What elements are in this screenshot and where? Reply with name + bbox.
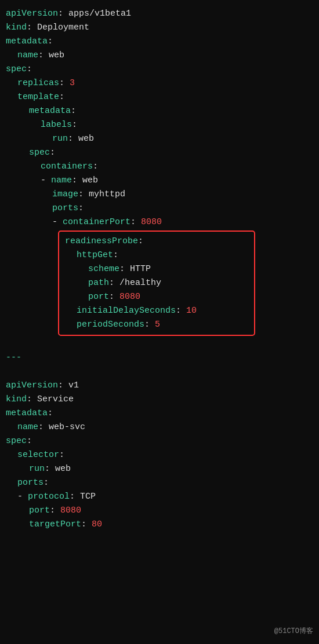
line-httpget: httpGet: — [65, 248, 248, 262]
line-image: image: myhttpd — [6, 188, 313, 202]
line-selector: selector: — [6, 448, 313, 462]
line-spec-2: spec: — [6, 146, 313, 160]
line-initialdelayseconds: initialDelaySeconds: 10 — [65, 304, 248, 318]
line-containers: containers: — [6, 160, 313, 174]
line-name-1: name: web — [6, 49, 313, 63]
gap-separator2 — [6, 365, 313, 379]
line-port-probe: port: 8080 — [65, 290, 248, 304]
line-ports: ports: — [6, 202, 313, 215]
line-path: path: /healthy — [65, 276, 248, 290]
line-template: template: — [6, 90, 313, 104]
line-name-container: - name: web — [6, 174, 313, 188]
line-kind-2: kind: Service — [6, 393, 313, 407]
watermark: @51CTO博客 — [274, 626, 313, 637]
readiness-probe-container: readinessProbe: httpGet: scheme: HTTP pa… — [6, 230, 313, 336]
line-kind-1: kind: Deployment — [6, 21, 313, 35]
line-metadata-2: metadata: — [6, 104, 313, 118]
line-replicas: replicas: 3 — [6, 76, 313, 90]
line-spec-3: spec: — [6, 434, 313, 448]
line-containerport: - containerPort: 8080 — [6, 215, 313, 229]
line-metadata-3: metadata: — [6, 407, 313, 420]
line-readinessprobe: readinessProbe: — [65, 235, 248, 248]
gap-separator — [6, 337, 313, 351]
code-content: apiVersion: apps/v1beta1 kind: Deploymen… — [6, 7, 313, 532]
line-port-svc: port: 8080 — [6, 504, 313, 518]
line-name-svc: name: web-svc — [6, 420, 313, 434]
line-labels: labels: — [6, 118, 313, 132]
line-ports-svc: ports: — [6, 476, 313, 490]
line-protocol: - protocol: TCP — [6, 490, 313, 504]
line-spec-1: spec: — [6, 63, 313, 76]
line-run-2: run: web — [6, 462, 313, 476]
line-apiversion-1: apiVersion: apps/v1beta1 — [6, 7, 313, 21]
line-metadata-1: metadata: — [6, 35, 313, 49]
line-apiversion-2: apiVersion: v1 — [6, 379, 313, 393]
line-targetport: targetPort: 80 — [6, 518, 313, 532]
line-run-1: run: web — [6, 132, 313, 146]
yaml-separator: --- — [6, 351, 313, 365]
line-scheme: scheme: HTTP — [65, 262, 248, 276]
line-periodseconds: periodSeconds: 5 — [65, 318, 248, 332]
readiness-probe-highlight: readinessProbe: httpGet: scheme: HTTP pa… — [58, 230, 255, 336]
